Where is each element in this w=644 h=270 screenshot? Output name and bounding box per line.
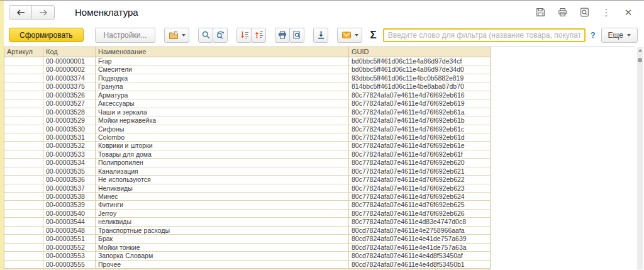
cell-guid: 80c77824afa07e4611e4d83e4747d0c8 bbox=[349, 218, 490, 226]
find-icon[interactable] bbox=[579, 7, 590, 18]
table-row[interactable]: 00-00003533 Товары для дома 80c77824afa0… bbox=[4, 150, 490, 159]
generate-button[interactable]: Сформировать bbox=[9, 28, 84, 42]
more-button[interactable]: Еще bbox=[601, 28, 638, 43]
cell-article bbox=[4, 57, 43, 65]
cell-code: 00-00003530 bbox=[43, 125, 96, 133]
table-row[interactable]: 00-00003551 Брак 80cd7824afa07e4611e4e41… bbox=[4, 235, 490, 243]
cell-guid: 80c77824afa07e4611e4d76f692eb621 bbox=[349, 167, 490, 176]
cell-code: 00-00003526 bbox=[43, 91, 96, 99]
table-row[interactable]: 00-00003544 неликвиды 80c77824afa07e4611… bbox=[4, 218, 490, 226]
table-row[interactable]: 00-00003553 Запорка Словарм 80cd7824afa0… bbox=[4, 252, 490, 260]
sort-descending-button[interactable] bbox=[236, 28, 252, 43]
cell-article bbox=[4, 82, 43, 91]
cell-article bbox=[4, 65, 43, 74]
sort-group bbox=[236, 28, 266, 43]
cell-guid: 80c77824afa07e4611e4d76f692eb61e bbox=[349, 142, 490, 150]
cell-name: Товары для дома bbox=[96, 150, 349, 159]
close-icon[interactable]: ✕ bbox=[623, 7, 634, 18]
cell-code: 00-00003539 bbox=[43, 201, 96, 209]
help-button[interactable]: ? bbox=[591, 31, 596, 40]
table-row[interactable]: 00-00003526 Арматура 80c77824afa07e4611e… bbox=[4, 91, 490, 99]
email-group bbox=[337, 28, 362, 43]
vertical-scrollbar[interactable] bbox=[637, 47, 643, 269]
table-row[interactable]: 00-00003528 Чаши и зеркала 80c77824afa07… bbox=[4, 108, 490, 116]
table-row[interactable]: 00-00003531 Colombo 80c77824afa07e4611e4… bbox=[4, 133, 490, 142]
search-next-button[interactable] bbox=[213, 28, 228, 43]
table-row[interactable]: 00-00003529 Мойки нержавейка 80c77824afa… bbox=[4, 116, 490, 125]
column-header-name[interactable]: Наименование bbox=[96, 47, 349, 57]
filter-input[interactable] bbox=[383, 28, 586, 42]
cell-code: 00-00003375 bbox=[43, 82, 96, 91]
sort-descending-icon bbox=[240, 30, 249, 40]
cell-article bbox=[4, 201, 43, 209]
table-row[interactable]: 00-00003555 Прочее 80cd7824afa07e4611e4e… bbox=[4, 261, 490, 269]
cell-code: 00-00003536 bbox=[43, 176, 96, 184]
cell-article bbox=[4, 193, 43, 201]
table-row[interactable]: 00-00003375 Гранула 814bbc5ff461d06c11e4… bbox=[4, 82, 490, 91]
cell-name: Чаши и зеркала bbox=[96, 108, 349, 116]
download-group bbox=[313, 28, 328, 43]
table-row[interactable]: 00-00000002 Смесители bd0bbc5ff461d06c11… bbox=[4, 65, 490, 74]
cell-name: Мойки тонкие bbox=[96, 244, 349, 252]
save-icon[interactable] bbox=[535, 7, 546, 18]
kebab-menu-icon[interactable]: ⋮ bbox=[601, 7, 612, 18]
cell-guid: bd0bbc5ff461d06c11e4a86d97de34cf bbox=[349, 57, 490, 65]
cell-article bbox=[4, 227, 43, 235]
table-row[interactable]: 00-00003536 Не используются 80c77824afa0… bbox=[4, 176, 490, 184]
column-header-guid[interactable]: GUID bbox=[349, 47, 490, 57]
cell-name: Сифоны bbox=[96, 125, 349, 133]
print-preview-icon bbox=[292, 30, 302, 40]
cell-name: Транспортные расходы bbox=[96, 227, 349, 235]
table-row[interactable]: 00-00003539 Фитинги 80c77824afa07e4611e4… bbox=[4, 201, 490, 209]
print-icon[interactable] bbox=[557, 7, 568, 18]
cell-code: 00-00003374 bbox=[43, 74, 96, 82]
table-row[interactable]: 00-00003535 Канализация 80c77824afa07e46… bbox=[4, 167, 490, 176]
cell-code: 00-00003534 bbox=[43, 159, 96, 167]
cell-article bbox=[4, 116, 43, 125]
table-row[interactable]: 00-00003532 Коврики и шторки 80c77824afa… bbox=[4, 142, 490, 150]
column-header-code[interactable]: Код bbox=[43, 47, 96, 57]
form-content: Номенклатура ⋮ bbox=[4, 1, 644, 270]
cell-code: 00-00003538 bbox=[43, 193, 96, 201]
cell-code: 00-00003551 bbox=[43, 235, 96, 243]
table-row[interactable]: 00-00003540 Jerroy 80c77824afa07e4611e4d… bbox=[4, 210, 490, 218]
table-row[interactable]: 00-00003548 Транспортные расходы 80cd782… bbox=[4, 227, 490, 235]
scrollbar-up-icon[interactable] bbox=[638, 49, 642, 52]
column-header-article[interactable]: Артикул bbox=[4, 47, 43, 57]
cell-code: 00-00003529 bbox=[43, 116, 96, 125]
cell-guid: 80c77824afa07e4611e4d76f692eb61a bbox=[349, 108, 490, 116]
table-row[interactable]: 00-00003534 Полипропилен 80c77824afa07e4… bbox=[4, 159, 490, 167]
sort-ascending-button[interactable] bbox=[251, 28, 266, 43]
cell-code: 00-00003555 bbox=[43, 261, 96, 269]
cell-guid: 80c77824afa07e4611e4d76f692eb620 bbox=[349, 159, 490, 167]
back-button[interactable] bbox=[9, 5, 32, 20]
table-row[interactable]: 00-00000001 Frap bd0bbc5ff461d06c11e4a86… bbox=[4, 57, 490, 65]
print-button[interactable] bbox=[275, 28, 290, 43]
cell-guid: bd0bbc5ff461d06c11e4a86d97de34d0 bbox=[349, 65, 490, 74]
download-button[interactable] bbox=[313, 28, 328, 43]
search-next-icon bbox=[216, 30, 225, 40]
scrollbar-thumb[interactable] bbox=[638, 58, 642, 62]
table-row[interactable]: 00-00003537 Неликвиды 80c77824afa07e4611… bbox=[4, 184, 490, 193]
table-row[interactable]: 00-00003552 Мойки тонкие 80cd7824afa07e4… bbox=[4, 244, 490, 252]
sigma-totals-icon[interactable]: Σ bbox=[370, 29, 376, 42]
forward-button[interactable] bbox=[31, 5, 55, 20]
cell-code: 00-00003528 bbox=[43, 108, 96, 116]
cell-name: Коврики и шторки bbox=[96, 142, 349, 150]
email-button[interactable] bbox=[337, 28, 362, 43]
print-preview-button[interactable] bbox=[289, 28, 304, 43]
table-row[interactable]: 00-00003527 Аксессуары 80c77824afa07e461… bbox=[4, 99, 490, 108]
report-variants-button[interactable] bbox=[164, 28, 189, 43]
cell-name: Минес bbox=[96, 193, 349, 201]
cell-article bbox=[4, 150, 43, 159]
table-row[interactable]: 00-00003374 Подводка 93dbbc5ff461d06c11e… bbox=[4, 74, 490, 82]
print-icon bbox=[277, 30, 287, 40]
sort-ascending-icon bbox=[254, 30, 264, 40]
search-button[interactable] bbox=[198, 28, 213, 43]
table-row[interactable]: 00-00003538 Минес 80c77824afa07e4611e4d7… bbox=[4, 193, 490, 201]
cell-code: 00-00003537 bbox=[43, 184, 96, 193]
settings-button[interactable]: Настройки... bbox=[95, 28, 156, 43]
table-row[interactable]: 00-00003530 Сифоны 80c77824afa07e4611e4d… bbox=[4, 125, 490, 133]
cell-guid: 80c77824afa07e4611e4d76f692eb622 bbox=[349, 176, 490, 184]
cell-article bbox=[4, 176, 43, 184]
